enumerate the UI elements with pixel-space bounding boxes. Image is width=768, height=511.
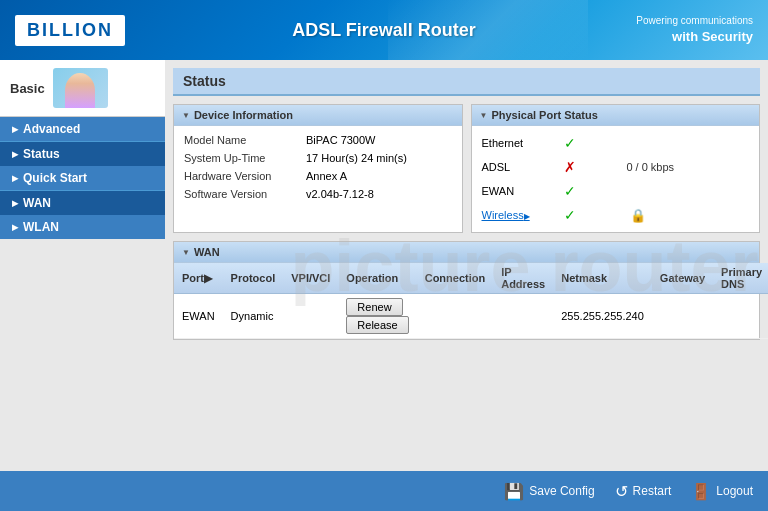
adsl-status-icon: ✗ [564,159,576,175]
sidebar-basic: Basic [0,60,165,117]
wan-table-row: EWAN Dynamic Renew Release 255.255.255.2… [174,294,768,339]
sidebar-item-status[interactable]: Status [0,141,165,166]
table-row: Software Version v2.04b-7.12-8 [176,186,460,202]
wireless-status-icon: ✓ [564,207,576,223]
physical-port-header: Physical Port Status [472,105,760,126]
restart-icon: ↺ [615,482,628,501]
powering-text: Powering communications with Security [636,14,753,46]
col-protocol: Protocol [223,263,284,294]
avatar-figure [65,73,95,108]
physical-port-section: Physical Port Status Ethernet ✓ ADSL ✗ 0… [471,104,761,233]
ewan-status-icon: ✓ [564,183,576,199]
col-gateway: Gateway [652,263,713,294]
wan-vpi-vci [283,294,338,339]
logout-button[interactable]: 🚪 Logout [691,482,753,501]
table-row: EWAN ✓ [474,180,758,202]
col-primary-dns: Primary DNS [713,263,768,294]
adsl-speed: 0 / 0 kbps [626,161,674,173]
main-layout: picture router Basic Advanced Status Qui… [0,60,768,471]
renew-button[interactable]: Renew [346,298,402,316]
col-vpi-vci: VPI/VCI [283,263,338,294]
wireless-link[interactable]: Wireless [482,209,530,221]
header: BILLION ADSL Firewall Router Powering co… [0,0,768,60]
restart-button[interactable]: ↺ Restart [615,482,672,501]
wan-operation: Renew Release [338,294,416,339]
logout-icon: 🚪 [691,482,711,501]
sidebar-item-wan[interactable]: WAN [0,190,165,215]
content-area: Status Device Information Model Name BiP… [165,60,768,471]
wan-gateway [652,294,713,339]
device-info-header: Device Information [174,105,462,126]
col-connection: Connection [417,263,494,294]
sidebar: Basic Advanced Status Quick Start WAN WL… [0,60,165,471]
save-config-button[interactable]: 💾 Save Config [504,482,594,501]
physical-port-table: Ethernet ✓ ADSL ✗ 0 / 0 kbps EWAN ✓ [472,126,760,232]
footer-bar: 💾 Save Config ↺ Restart 🚪 Logout [0,471,768,511]
col-netmask: Netmask [553,263,652,294]
table-row: Ethernet ✓ [474,132,758,154]
wan-table: Port▶ Protocol VPI/VCI Operation Connect… [174,263,768,339]
col-operation: Operation [338,263,416,294]
device-info-section: Device Information Model Name BiPAC 7300… [173,104,463,233]
logo: BILLION [15,15,125,46]
page-header-title: ADSL Firewall Router [292,20,476,41]
wan-netmask: 255.255.255.240 [553,294,652,339]
sidebar-item-advanced[interactable]: Advanced [0,117,165,141]
sidebar-basic-label: Basic [10,81,45,96]
save-config-icon: 💾 [504,482,524,501]
ethernet-status-icon: ✓ [564,135,576,151]
table-row: ADSL ✗ 0 / 0 kbps [474,156,758,178]
wan-protocol: Dynamic [223,294,284,339]
table-row: Model Name BiPAC 7300W [176,132,460,148]
wan-ip [493,294,553,339]
lock-icon: 🔒 [630,208,646,223]
table-row: Hardware Version Annex A [176,168,460,184]
sidebar-item-quick-start[interactable]: Quick Start [0,166,165,190]
avatar [53,68,108,108]
wan-section: WAN Port▶ Protocol VPI/VCI Operation Con… [173,241,760,340]
wan-primary-dns [713,294,768,339]
wan-port: EWAN [174,294,223,339]
col-ip-address: IP Address [493,263,553,294]
wan-section-header: WAN [174,242,759,263]
release-button[interactable]: Release [346,316,408,334]
sidebar-item-wlan[interactable]: WLAN [0,215,165,239]
content-title: Status [173,68,760,96]
table-row: System Up-Time 17 Hour(s) 24 min(s) [176,150,460,166]
logo-text: BILLION [27,20,113,40]
col-port: Port▶ [174,263,223,294]
wan-connection [417,294,494,339]
top-sections: Device Information Model Name BiPAC 7300… [173,104,760,233]
table-row: Wireless ✓ 🔒 [474,204,758,226]
wan-table-header-row: Port▶ Protocol VPI/VCI Operation Connect… [174,263,768,294]
device-info-table: Model Name BiPAC 7300W System Up-Time 17… [174,126,462,208]
